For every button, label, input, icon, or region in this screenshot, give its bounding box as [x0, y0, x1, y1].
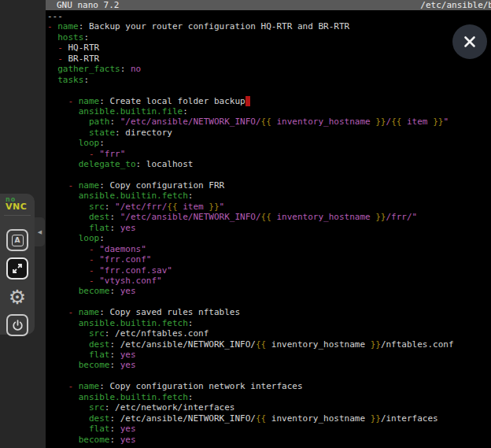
terminal-line: hosts: — [47, 32, 491, 43]
power-button[interactable] — [6, 314, 28, 336]
terminal-line: src: "/etc/frr/{{ item }}" — [47, 202, 491, 212]
terminal-line: src: /etc/nftables.conf — [47, 328, 491, 339]
novnc-logo: no VNC — [0, 197, 35, 211]
terminal-line: - name: Backup your router configuration… — [47, 21, 491, 31]
terminal-line: flat: yes — [47, 223, 491, 233]
fullscreen-icon — [11, 262, 24, 275]
terminal-line: ansible.builtin.fetch: — [47, 392, 491, 402]
terminal-line: - BR-RTR — [47, 54, 491, 64]
terminal-line: - "frr.conf.sav" — [47, 265, 491, 276]
terminal-line: dest: /etc/ansible/NETWORK_INFO/{{ inven… — [47, 413, 491, 424]
terminal-line: path: "/etc/ansible/NETWORK_INFO/{{ inve… — [47, 117, 491, 127]
terminal-line: - "frr" — [47, 149, 491, 159]
terminal-line: --- — [47, 11, 491, 21]
a-key-icon: A — [12, 235, 24, 246]
terminal-line — [47, 371, 491, 381]
terminal-line: become: yes — [47, 360, 491, 370]
terminal-line: - name: Create local folder backup — [47, 96, 491, 106]
novnc-logo-vnc: VNC — [6, 202, 35, 211]
terminal-line: ansible.builtin.fetch: — [47, 191, 491, 201]
terminal-line: loop: — [47, 233, 491, 243]
nano-app-title: GNU nano 7.2 — [57, 0, 119, 10]
settings-button[interactable]: ⚙ — [6, 286, 28, 308]
control-bar-handle[interactable]: ◀ — [35, 217, 45, 246]
terminal-buffer: ---- name: Backup your router configurat… — [47, 11, 491, 448]
sidebar-buttons: A ⚙ — [0, 229, 35, 336]
terminal-line: - name: Copy configuration FRR — [47, 180, 491, 191]
terminal-line: ansible.builtin.file: — [47, 106, 491, 117]
terminal-line: - name: Copy saved rules nftables — [47, 307, 491, 317]
terminal-line: state: directory — [47, 128, 491, 138]
text-cursor — [246, 96, 251, 106]
terminal-line — [47, 85, 491, 95]
power-icon — [11, 319, 24, 332]
terminal-line: delegate_to: localhost — [47, 159, 491, 169]
terminal-line: - HQ-RTR — [47, 43, 491, 53]
terminal-line: dest: "/etc/ansible/NETWORK_INFO/{{ inve… — [47, 212, 491, 222]
terminal-line: flat: yes — [47, 350, 491, 360]
terminal-line: loop: — [47, 138, 491, 148]
vnc-terminal-screen[interactable]: GNU nano 7.2 /etc/ansible/b ---- name: B… — [46, 0, 491, 448]
terminal-line: - "frr.conf" — [47, 254, 491, 265]
extra-keys-button[interactable]: A — [6, 229, 28, 251]
terminal-line: dest: /etc/ansible/NETWORK_INFO/{{ inven… — [47, 339, 491, 350]
nano-file-path: /etc/ansible/b — [420, 0, 491, 10]
nano-titlebar: GNU nano 7.2 /etc/ansible/b — [46, 0, 491, 10]
terminal-line: - "vtysh.conf" — [47, 276, 491, 286]
gear-icon: ⚙ — [9, 287, 26, 307]
collapse-left-arrow-icon: ◀ — [38, 229, 42, 235]
terminal-line: become: yes — [47, 286, 491, 296]
sidebar-divider — [4, 215, 31, 216]
terminal-line: - "daemons" — [47, 244, 491, 254]
terminal-line: become: yes — [47, 435, 491, 445]
terminal-line: flat: yes — [47, 424, 491, 434]
vnc-control-bar: no VNC A ⚙ — [0, 194, 35, 335]
terminal-line: tasks: — [47, 75, 491, 85]
terminal-line — [47, 297, 491, 307]
close-icon — [463, 35, 477, 49]
terminal-line: - name: Copy configuration network inter… — [47, 381, 491, 391]
terminal-line — [47, 170, 491, 180]
fullscreen-button[interactable] — [6, 257, 28, 280]
terminal-line: ansible.builtin.fetch: — [47, 318, 491, 328]
terminal-line: src: /etc/network/interfaces — [47, 402, 491, 413]
close-button[interactable] — [452, 24, 487, 59]
terminal-line: gather_facts: no — [47, 64, 491, 74]
